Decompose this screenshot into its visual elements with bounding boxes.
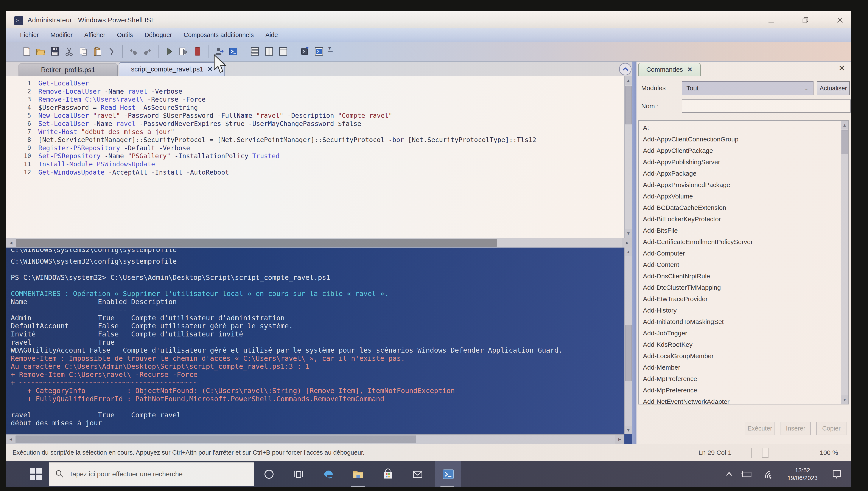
scroll-down-icon[interactable]: ▼ xyxy=(625,426,632,434)
menu-item-modifier[interactable]: Modifier xyxy=(45,28,78,42)
stop-operation-icon[interactable] xyxy=(190,44,205,59)
toolbar-overflow-icon[interactable]: ▾▔ xyxy=(328,45,333,58)
console-horizontal-scrollbar[interactable]: ◂ ▸ xyxy=(6,434,624,444)
command-list-item-add-content[interactable]: Add-Content xyxy=(639,259,841,270)
close-icon[interactable] xyxy=(834,15,846,25)
menu-item-deboguer[interactable]: Déboguer xyxy=(139,28,178,42)
edge-icon[interactable] xyxy=(316,461,340,487)
tab-close-icon[interactable]: ✕ xyxy=(207,65,213,73)
command-list-item-add-mppreference[interactable]: Add-MpPreference xyxy=(639,384,841,396)
file-explorer-icon[interactable] xyxy=(346,461,370,487)
command-list-item-add-appvclientconnectiongroup[interactable]: Add-AppvClientConnectionGroup xyxy=(639,134,841,145)
open-script-icon[interactable] xyxy=(34,44,48,59)
taskbar-search-input[interactable]: Tapez ici pour effectuer une recherche xyxy=(49,462,254,486)
command-list-item-add-certificateenrollmentpolicyserver[interactable]: Add-CertificateEnrollmentPolicyServer xyxy=(639,236,841,248)
refresh-button[interactable]: Actualiser xyxy=(817,81,850,95)
commands-scrollbar[interactable]: ▲ ▼ xyxy=(841,121,848,404)
command-list-item-add-history[interactable]: Add-History xyxy=(639,305,841,316)
hidden-icons-chevron-icon[interactable] xyxy=(722,461,737,487)
console-hscroll-thumb[interactable] xyxy=(16,435,416,443)
command-list-item-a[interactable]: A: xyxy=(639,122,841,134)
command-list-item-add-localgroupmember[interactable]: Add-LocalGroupMember xyxy=(639,350,841,362)
new-powershell-tab-icon[interactable] xyxy=(298,44,312,59)
script-editor[interactable]: 1Get-LocalUser2Remove-LocalUser -Name ra… xyxy=(6,76,632,238)
command-list-item-add-etwtraceprovider[interactable]: Add-EtwTraceProvider xyxy=(639,293,841,305)
command-list-item-add-appxprovisionedpackage[interactable]: Add-AppxProvisionedPackage xyxy=(639,179,841,191)
mail-icon[interactable] xyxy=(405,461,430,487)
command-list-item-add-bcdatacacheextension[interactable]: Add-BCDataCacheExtension xyxy=(639,202,841,213)
scroll-right-icon[interactable]: ▸ xyxy=(615,435,624,444)
name-input[interactable] xyxy=(682,99,851,113)
battery-icon[interactable] xyxy=(737,461,756,487)
show-script-pane-right-icon[interactable] xyxy=(262,44,276,59)
run-selection-icon[interactable] xyxy=(176,44,190,59)
command-list-item-add-initiatoridtomaskingset[interactable]: Add-InitiatorIdToMaskingSet xyxy=(639,316,841,327)
scroll-left-icon[interactable]: ◂ xyxy=(6,238,16,248)
panel-close-icon[interactable]: ✕ xyxy=(839,64,845,73)
menu-item-outils[interactable]: Outils xyxy=(111,28,139,42)
restore-icon[interactable] xyxy=(800,15,811,25)
copy-icon[interactable] xyxy=(76,44,90,59)
zoom-slider[interactable] xyxy=(762,448,768,458)
command-list-item-add-dnsclientnrptrule[interactable]: Add-DnsClientNrptRule xyxy=(639,270,841,282)
command-list-item-add-mppreference[interactable]: Add-MpPreference xyxy=(639,373,841,384)
tab-retirer-profils[interactable]: Retirer_profils.ps1 xyxy=(19,63,118,76)
run-script-icon[interactable] xyxy=(162,44,176,59)
save-script-icon[interactable] xyxy=(48,44,62,59)
command-list-item-add-appxvolume[interactable]: Add-AppxVolume xyxy=(639,191,841,202)
wifi-icon[interactable] xyxy=(760,461,779,487)
scroll-down-icon[interactable]: ▼ xyxy=(625,229,632,238)
scroll-up-icon[interactable]: ▲ xyxy=(841,121,848,129)
commands-tab[interactable]: Commandes ✕ xyxy=(638,63,701,76)
clear-console-icon[interactable] xyxy=(105,44,119,59)
cortana-icon[interactable] xyxy=(257,461,281,487)
minimize-icon[interactable] xyxy=(765,15,777,25)
command-list-item-add-neteventnetworkadapter[interactable]: Add-NetEventNetworkAdapter xyxy=(639,396,841,404)
command-list-item-add-bitlockerkeyprotector[interactable]: Add-BitLockerKeyProtector xyxy=(639,213,841,225)
menu-item-afficher[interactable]: Afficher xyxy=(78,28,111,42)
executer-button[interactable]: Exécuter xyxy=(745,422,775,435)
powershell-taskbar-icon[interactable] xyxy=(435,461,461,487)
taskbar-clock[interactable]: 13:52 19/06/2023 xyxy=(781,461,824,487)
scroll-right-icon[interactable]: ▸ xyxy=(622,238,632,248)
command-list-item-add-dtcclustertmmapping[interactable]: Add-DtcClusterTMMapping xyxy=(639,282,841,293)
command-list-item-add-appvpublishingserver[interactable]: Add-AppvPublishingServer xyxy=(639,156,841,168)
notifications-icon[interactable] xyxy=(827,461,846,487)
tab-script-compte-ravel[interactable]: script_compte_ravel.ps1✕ xyxy=(119,62,225,76)
console-vertical-scrollbar[interactable]: ▲ ▼ xyxy=(624,248,632,434)
menu-item-composants-additionnels[interactable]: Composants additionnels xyxy=(178,28,259,42)
commands-tab-close-icon[interactable]: ✕ xyxy=(687,66,693,73)
editor-scroll-thumb[interactable] xyxy=(625,86,632,124)
redo-icon[interactable] xyxy=(140,44,155,59)
inserer-button[interactable]: Insérer xyxy=(781,422,811,435)
show-script-pane-top-icon[interactable] xyxy=(248,44,262,59)
menu-item-fichier[interactable]: Fichier xyxy=(14,28,45,42)
cut-icon[interactable] xyxy=(62,44,76,59)
undo-icon[interactable] xyxy=(126,44,140,59)
pane-divider[interactable] xyxy=(632,62,637,444)
start-powershell-icon[interactable] xyxy=(226,44,241,59)
commands-scroll-thumb[interactable] xyxy=(841,130,848,154)
command-list-item-add-jobtrigger[interactable]: Add-JobTrigger xyxy=(639,327,841,339)
store-icon[interactable] xyxy=(376,461,400,487)
paste-icon[interactable] xyxy=(90,44,105,59)
modules-dropdown[interactable]: Tout ⌄ xyxy=(682,81,813,95)
command-list-item-add-kdsrootkey[interactable]: Add-KdsRootKey xyxy=(639,339,841,350)
command-list-item-add-computer[interactable]: Add-Computer xyxy=(639,248,841,259)
code-area[interactable]: 1Get-LocalUser2Remove-LocalUser -Name ra… xyxy=(6,76,624,238)
editor-hscroll-thumb[interactable] xyxy=(17,239,497,247)
new-script-icon[interactable] xyxy=(19,44,34,59)
scroll-left-icon[interactable]: ◂ xyxy=(6,435,16,444)
collapse-script-pane-icon[interactable] xyxy=(619,63,632,75)
command-list-item-add-member[interactable]: Add-Member xyxy=(639,362,841,373)
scroll-down-icon[interactable]: ▼ xyxy=(841,396,848,404)
editor-horizontal-scrollbar[interactable]: ◂ ▸ xyxy=(6,238,632,248)
editor-vertical-scrollbar[interactable]: ▲ ▼ xyxy=(624,76,632,238)
scroll-up-icon[interactable]: ▲ xyxy=(625,248,632,256)
start-button-icon[interactable] xyxy=(30,468,42,481)
task-view-icon[interactable] xyxy=(287,461,311,487)
commands-list[interactable]: A:Add-AppvClientConnectionGroupAdd-AppvC… xyxy=(638,120,849,404)
console-scroll-thumb[interactable] xyxy=(625,325,632,381)
show-script-pane-maximized-icon[interactable] xyxy=(276,44,290,59)
command-list-item-add-bitsfile[interactable]: Add-BitsFile xyxy=(639,225,841,236)
